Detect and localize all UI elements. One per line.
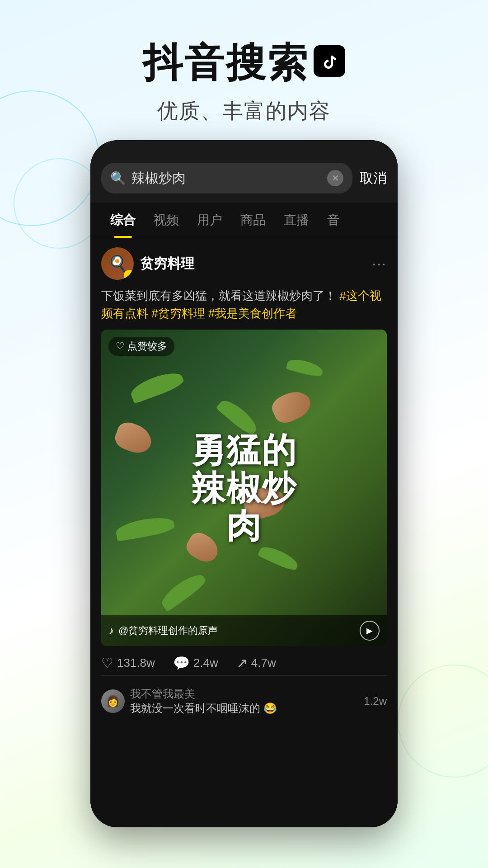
pepper-6	[286, 357, 324, 378]
search-input-box[interactable]: 🔍 辣椒炒肉 ✕	[101, 163, 352, 193]
comments-area: 👩 我不管我最美 我就没一次看时不咽唾沫的 😂 1.2w	[101, 675, 387, 719]
phone-screen: 🔍 辣椒炒肉 ✕ 取消 综合 视频 用户	[90, 140, 398, 827]
user-info: 🍳 ✓ 贫穷料理	[101, 247, 194, 280]
tab-product[interactable]: 商品	[231, 203, 275, 238]
audio-bar: ♪ @贫穷料理创作的原声 ▶	[101, 615, 387, 646]
search-bar-area: 🔍 辣椒炒肉 ✕ 取消	[90, 140, 398, 203]
tiktok-note-icon: ♪	[108, 624, 114, 637]
video-background: 勇猛的 辣椒炒 肉	[101, 330, 387, 646]
audio-text: @贫穷料理创作的原声	[118, 624, 218, 637]
avatar: 🍳 ✓	[101, 247, 134, 280]
heart-icon: ♡	[116, 340, 125, 352]
post-main-text: 下饭菜到底有多凶猛，就看这道辣椒炒肉了！	[101, 289, 336, 302]
content-area: 🍳 ✓ 贫穷料理 ··· 下饭菜到底有多凶猛，就看这道辣椒炒肉了！ #这个视频有…	[90, 238, 398, 728]
comment-username: 我不管我最美	[130, 687, 358, 701]
play-icon: ▶	[366, 626, 373, 636]
user-row: 🍳 ✓ 贫穷料理 ···	[101, 247, 387, 280]
search-clear-button[interactable]: ✕	[327, 170, 343, 186]
likes-value: 131.8w	[117, 656, 155, 670]
share-icon: ↗	[236, 655, 248, 671]
comment-icon: 💬	[173, 655, 190, 671]
hashtag-2[interactable]: #贫穷料理	[151, 307, 205, 320]
search-icon: 🔍	[110, 171, 126, 186]
comment-text: 我就没一次看时不咽唾沫的 😂	[130, 701, 358, 716]
post-description: 下饭菜到底有多凶猛，就看这道辣椒炒肉了！ #这个视频有点料 #贫穷料理 #我是美…	[101, 287, 387, 322]
search-query-text: 辣椒炒肉	[131, 169, 322, 188]
video-overlay-text: 勇猛的 辣椒炒 肉	[116, 431, 373, 545]
tab-video[interactable]: 视频	[145, 203, 188, 238]
verified-icon: ✓	[127, 272, 131, 278]
clear-icon: ✕	[332, 173, 339, 184]
shares-count[interactable]: ↗ 4.7w	[236, 655, 276, 671]
comment-avatar-emoji: 👩	[106, 695, 120, 708]
engagement-row: ♡ 131.8w 💬 2.4w ↗ 4.7w	[101, 646, 387, 675]
hashtag-3[interactable]: #我是美食创作者	[208, 307, 297, 320]
verified-badge: ✓	[124, 270, 134, 280]
heart-icon: ♡	[101, 655, 113, 671]
overlay-line-3: 肉	[116, 507, 373, 545]
like-badge-text: 点赞较多	[127, 340, 167, 353]
likes-count[interactable]: ♡ 131.8w	[101, 655, 155, 671]
overlay-line-2: 辣椒炒	[116, 469, 373, 507]
tab-user[interactable]: 用户	[188, 203, 231, 238]
pepper-4	[257, 543, 300, 572]
like-badge: ♡ 点赞较多	[108, 337, 174, 356]
main-title: 抖音搜索	[0, 36, 488, 90]
bg-circle-3	[398, 665, 488, 778]
phone-mockup: 🔍 辣椒炒肉 ✕ 取消 综合 视频 用户	[90, 140, 398, 827]
meat-4	[268, 386, 314, 427]
tab-audio[interactable]: 音	[318, 203, 349, 238]
more-options-icon[interactable]: ···	[372, 255, 387, 272]
comments-value: 2.4w	[193, 656, 218, 670]
tab-comprehensive[interactable]: 综合	[101, 203, 145, 238]
comments-count[interactable]: 💬 2.4w	[173, 655, 218, 671]
tiktok-logo-icon	[314, 45, 345, 77]
tab-live[interactable]: 直播	[275, 203, 318, 238]
shares-value: 4.7w	[251, 656, 276, 670]
avatar-emoji: 🍳	[108, 254, 128, 273]
tabs-row: 综合 视频 用户 商品 直播 音	[90, 203, 398, 238]
comment-avatar: 👩	[101, 689, 125, 713]
phone-frame: 🔍 辣椒炒肉 ✕ 取消 综合 视频 用户	[90, 140, 398, 827]
pepper-5	[158, 570, 208, 612]
comment-likes: 1.2w	[364, 695, 387, 708]
comment-content: 我不管我最美 我就没一次看时不咽唾沫的 😂	[130, 687, 358, 716]
overlay-line-1: 勇猛的	[116, 431, 373, 469]
comment-row: 👩 我不管我最美 我就没一次看时不咽唾沫的 😂 1.2w	[101, 683, 387, 719]
cancel-button[interactable]: 取消	[360, 169, 387, 188]
pepper-1	[128, 368, 185, 404]
audio-info: ♪ @贫穷料理创作的原声	[108, 624, 218, 637]
video-thumbnail[interactable]: 勇猛的 辣椒炒 肉 ♡ 点赞较多 ♪ @贫穷料理创作	[101, 330, 387, 646]
play-button[interactable]: ▶	[360, 621, 380, 641]
title-text: 抖音搜索	[143, 36, 309, 90]
username: 贫穷料理	[140, 255, 194, 273]
